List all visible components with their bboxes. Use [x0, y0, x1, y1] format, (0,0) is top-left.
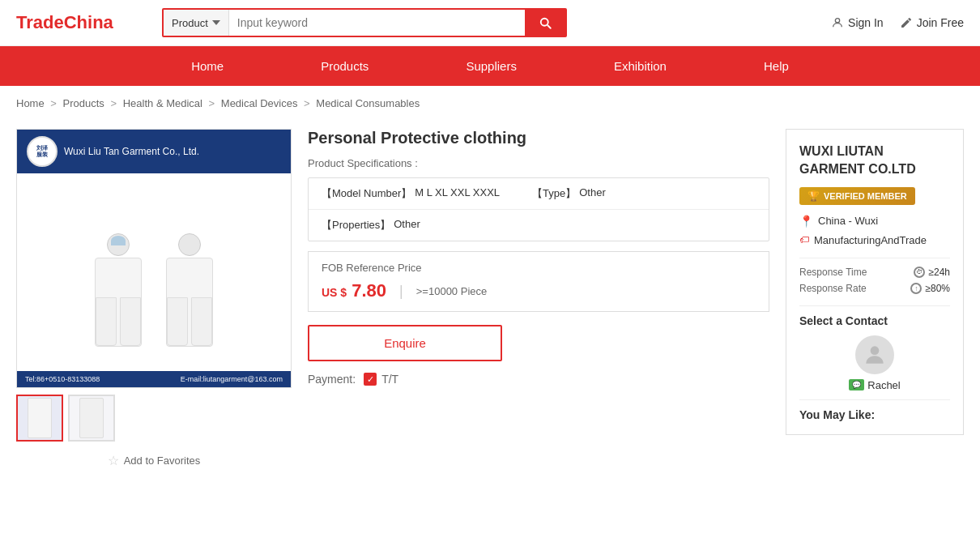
payment-method: T/T: [381, 373, 398, 386]
search-input[interactable]: [229, 10, 525, 36]
type-key: 【Type】: [532, 186, 576, 201]
figure-front: [95, 233, 142, 347]
supplier-meta: 📍 China - Wuxi 🏷 ManufacturingAndTrade: [799, 215, 950, 246]
figure-body-front: [95, 258, 142, 347]
user-icon: [831, 16, 844, 29]
properties-key: 【Properties】: [322, 218, 390, 233]
nav-suppliers[interactable]: Suppliers: [417, 46, 565, 86]
main-product-image: 刘泽服装 Wuxi Liu Tan Garment Co., Ltd.: [16, 129, 292, 388]
logo-trade: Trade: [16, 12, 64, 33]
specs-table: 【Model Number】 M L XL XXL XXXL 【Type】 Ot…: [308, 177, 769, 241]
payment-row: Payment: T/T: [308, 373, 769, 386]
fob-divider: |: [399, 283, 403, 300]
response-rate-label: Response Rate: [799, 283, 867, 294]
avatar-icon: [862, 342, 888, 368]
chevron-down-icon: [212, 19, 220, 27]
tt-checkbox[interactable]: [364, 373, 377, 386]
logo-china: China: [64, 12, 113, 33]
up-arrow-icon: ↑: [910, 283, 922, 294]
nav-exhibition[interactable]: Exhibition: [565, 46, 715, 86]
nav-home[interactable]: Home: [143, 46, 272, 86]
figure-head-front: [107, 233, 130, 256]
tag-icon: 🏷: [799, 234, 809, 245]
you-may-like-title: You May Like:: [799, 408, 950, 421]
figure-body-back: [166, 258, 213, 347]
breadcrumb-medical-devices[interactable]: Medical Devices: [221, 97, 298, 109]
thumbnail-2[interactable]: [68, 395, 115, 442]
logo[interactable]: TradeChina: [16, 12, 146, 33]
payment-label: Payment:: [308, 373, 356, 386]
pin-icon: 📍: [799, 215, 813, 228]
response-section: Response Time ⏱ ≥24h Response Rate ↑ ≥80…: [799, 258, 950, 294]
fob-value: 7.80: [352, 280, 386, 301]
company-tel: Tel:86+0510-83133088: [25, 375, 100, 383]
svg-point-0: [835, 19, 839, 23]
fob-qty: >=10000 Piece: [416, 285, 487, 297]
supplier-panel: WUXI LIUTAN GARMENT CO.LTD VERIFIED MEMB…: [786, 129, 964, 435]
response-rate-val: ↑ ≥80%: [910, 283, 950, 294]
edit-icon: [900, 16, 913, 29]
breadcrumb-home[interactable]: Home: [16, 97, 45, 109]
fob-section: FOB Reference Price US $ 7.80 | >=10000 …: [308, 251, 769, 312]
properties-val: Other: [394, 218, 420, 233]
contact-section: Select a Contact 💬 Rachel: [799, 305, 950, 391]
specs-row-model: 【Model Number】 M L XL XXL XXXL 【Type】 Ot…: [309, 178, 769, 210]
add-favorites-button[interactable]: ☆ Add to Favorites: [16, 453, 292, 468]
type-val: Other: [579, 186, 606, 201]
star-icon: ☆: [108, 453, 119, 468]
company-name-in-image: Wuxi Liu Tan Garment Co., Ltd.: [64, 146, 199, 157]
thumbnail-1[interactable]: [16, 395, 63, 442]
svg-point-1: [871, 346, 880, 355]
response-time-val: ⏱ ≥24h: [914, 267, 950, 278]
sign-in-link[interactable]: Sign In: [831, 16, 884, 29]
fob-price: US $ 7.80: [322, 280, 386, 301]
search-category-dropdown[interactable]: Product: [164, 10, 229, 36]
spec-type: 【Type】 Other: [532, 186, 606, 201]
product-title: Personal Protective clothing: [308, 129, 769, 147]
breadcrumb: Home > Products > Health & Medical > Med…: [0, 86, 980, 121]
response-time-row: Response Time ⏱ ≥24h: [799, 267, 950, 278]
product-specs-label: Product Specifications :: [308, 157, 769, 169]
breadcrumb-products[interactable]: Products: [63, 97, 104, 109]
fob-label: FOB Reference Price: [322, 262, 756, 274]
header-actions: Sign In Join Free: [831, 16, 964, 29]
product-details-section: Personal Protective clothing Product Spe…: [308, 129, 769, 468]
breadcrumb-health-medical[interactable]: Health & Medical: [123, 97, 202, 109]
response-rate-row: Response Rate ↑ ≥80%: [799, 283, 950, 294]
contact-name: 💬 Rachel: [799, 379, 950, 391]
product-images-section: 刘泽服装 Wuxi Liu Tan Garment Co., Ltd.: [16, 129, 292, 468]
header: TradeChina Product Sign In Join Free: [0, 0, 980, 46]
you-may-like: You May Like:: [799, 399, 950, 421]
search-bar: Product: [162, 8, 567, 37]
supplier-location: 📍 China - Wuxi: [799, 215, 950, 228]
search-button[interactable]: [525, 10, 565, 36]
company-footer: Tel:86+0510-83133088 E-mail:liutangarmen…: [17, 371, 291, 387]
fob-currency: US $: [322, 286, 347, 299]
verified-badge: VERIFIED MEMBER: [799, 187, 915, 205]
nav-help[interactable]: Help: [715, 46, 837, 86]
specs-row-properties: 【Properties】 Other: [309, 210, 769, 241]
nav-products[interactable]: Products: [272, 46, 417, 86]
enquire-button[interactable]: Enquire: [308, 325, 502, 361]
supplier-name: WUXI LIUTAN GARMENT CO.LTD: [799, 143, 950, 179]
contact-avatar: [855, 335, 894, 374]
breadcrumb-medical-consumables[interactable]: Medical Consumables: [316, 97, 420, 109]
spec-model: 【Model Number】 M L XL XXL XXXL: [322, 186, 500, 201]
payment-tt: T/T: [364, 373, 398, 386]
figure-head-back: [178, 233, 201, 256]
product-thumbnails: [16, 395, 292, 442]
join-free-link[interactable]: Join Free: [900, 16, 964, 29]
chat-icon: 💬: [849, 379, 864, 390]
fob-price-row: US $ 7.80 | >=10000 Piece: [322, 280, 756, 301]
search-icon: [538, 15, 552, 30]
model-key: 【Model Number】: [322, 186, 411, 201]
main-content: 刘泽服装 Wuxi Liu Tan Garment Co., Ltd.: [0, 121, 980, 476]
contact-title: Select a Contact: [799, 314, 950, 327]
main-nav: Home Products Suppliers Exhibition Help: [0, 46, 980, 86]
model-val: M L XL XXL XXXL: [415, 186, 500, 201]
response-time-label: Response Time: [799, 267, 867, 278]
spec-properties: 【Properties】 Other: [322, 218, 420, 233]
clock-icon: ⏱: [914, 267, 925, 278]
figure-back: [166, 233, 213, 347]
company-logo: 刘泽服装: [27, 136, 58, 167]
